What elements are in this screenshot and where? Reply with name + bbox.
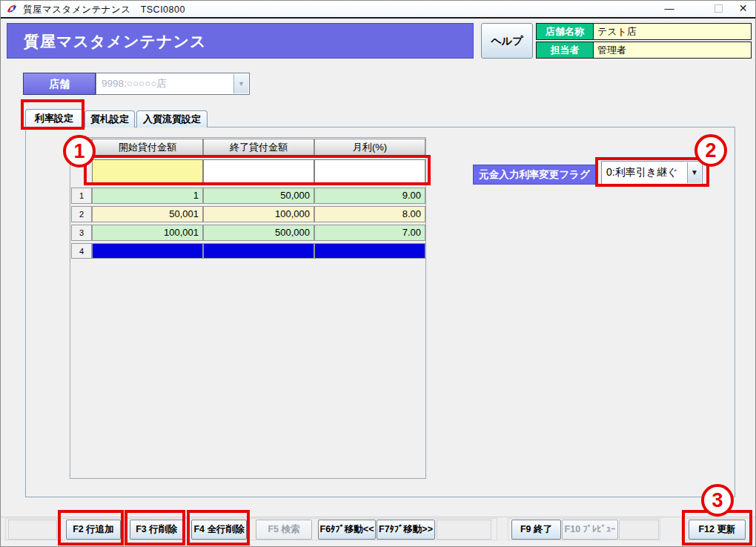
store-combobox-value: 9998:○○○○○店 [102,77,167,90]
cell-monthly-rate: 7.00 [314,225,425,241]
help-button[interactable]: ヘルプ [481,23,533,59]
cell-end-amount: 500,000 [203,225,314,241]
f9-exit-button[interactable]: F9 終了 [511,520,561,540]
annotation-circle-2: 2 [694,134,727,167]
close-icon[interactable]: ✕ [731,1,755,17]
cell-start-amount: 50,001 [92,206,203,222]
row-number: 2 [71,206,92,222]
cell-start-amount: 1 [92,188,203,204]
row-number: 1 [71,188,92,204]
app-window: 質屋マスタメンテナンス TSCI0800 — ✕ 質屋マスタメンテナンス ヘルプ… [0,0,756,547]
store-button[interactable]: 店舗 [23,73,96,95]
chevron-down-icon[interactable]: ▼ [233,74,248,93]
store-combobox[interactable]: 9998:○○○○○店 ▼ [96,73,250,95]
f7-tab-forward-button[interactable]: F7ﾀﾌﾞ移動>> [377,520,435,540]
cell-monthly-rate [314,243,425,259]
app-icon [6,3,18,15]
annotation-circle-3: 3 [701,484,734,517]
toolbar-empty-slot [437,520,491,540]
toolbar-empty-slot [619,520,659,540]
store-name-row: 店舗名称 テスト店 [536,23,752,40]
staff-row: 担当者 管理者 [536,42,752,59]
flag-label: 元金入力利率変更フラグ [473,165,596,185]
cell-end-amount: 50,000 [203,188,314,204]
annotation-box-rate-tab [21,99,84,130]
f6-tab-back-button[interactable]: F6ﾀﾌﾞ移動<< [318,520,376,540]
toolbar-empty-slot [8,520,57,540]
row-number: 4 [71,243,92,259]
maximize-glyph [714,4,723,13]
f5-search-button[interactable]: F5 検索 [256,520,312,540]
f10-preview-button[interactable]: F10 ﾌﾟﾚﾋﾞｭｰ [562,520,618,540]
annotation-box-f4 [187,510,250,546]
tab-pawn-ticket-settings[interactable]: 質札設定 [84,110,135,127]
window-title: 質屋マスタメンテナンス TSCI0800 [23,4,185,16]
cell-start-amount: 100,001 [92,225,203,241]
row-number: 3 [71,225,92,241]
minimize-icon[interactable]: — [653,1,686,17]
screen-title-banner: 質屋マスタメンテナンス [7,23,474,59]
staff-label: 担当者 [537,42,594,58]
column-header-end-amount: 終了貸付金額 [203,139,314,156]
maximize-icon[interactable] [702,1,735,17]
column-header-monthly-rate: 月利(%) [314,139,425,156]
cell-end-amount [203,243,314,259]
cell-monthly-rate: 8.00 [314,206,425,222]
screen-title: 質屋マスタメンテナンス [24,31,206,52]
annotation-box-input-row [84,155,431,185]
cell-monthly-rate: 9.00 [314,188,425,204]
column-header-start-amount: 開始貸付金額 [92,139,203,156]
tab-forfeit-settings[interactable]: 入質流質設定 [136,110,208,127]
annotation-box-f3 [125,510,185,546]
operator-info-panel: 店舗名称 テスト店 担当者 管理者 [536,23,752,60]
annotation-box-flag-combo [595,157,709,187]
store-name-label: 店舗名称 [537,24,594,39]
annotation-circle-1: 1 [63,135,96,168]
cell-end-amount: 100,000 [203,206,314,222]
staff-value: 管理者 [594,42,751,58]
store-name-value: テスト店 [594,24,751,39]
cell-start-amount [92,243,203,259]
titlebar: 質屋マスタメンテナンス TSCI0800 — ✕ [1,1,755,19]
annotation-box-f2 [58,510,124,546]
